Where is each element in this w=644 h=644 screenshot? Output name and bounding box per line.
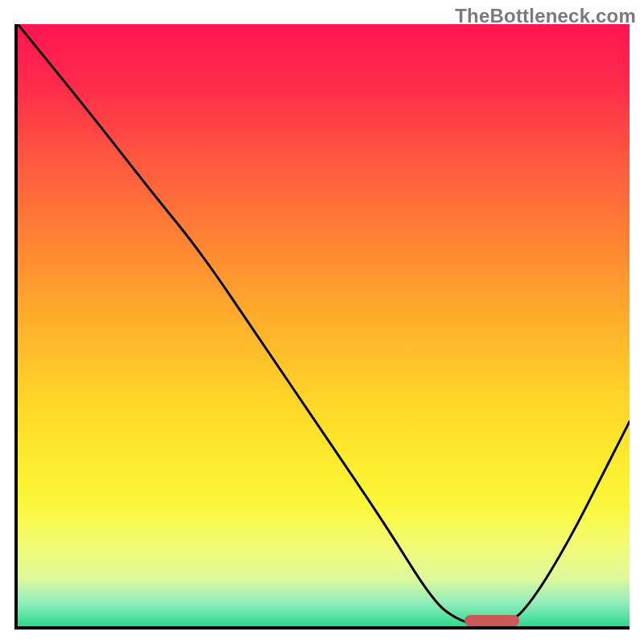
- plot-area: [14, 24, 630, 630]
- bottleneck-curve: [18, 24, 630, 626]
- optimal-range-marker: [464, 615, 519, 626]
- chart-container: TheBottleneck.com: [0, 0, 644, 644]
- watermark-text: TheBottleneck.com: [455, 5, 636, 27]
